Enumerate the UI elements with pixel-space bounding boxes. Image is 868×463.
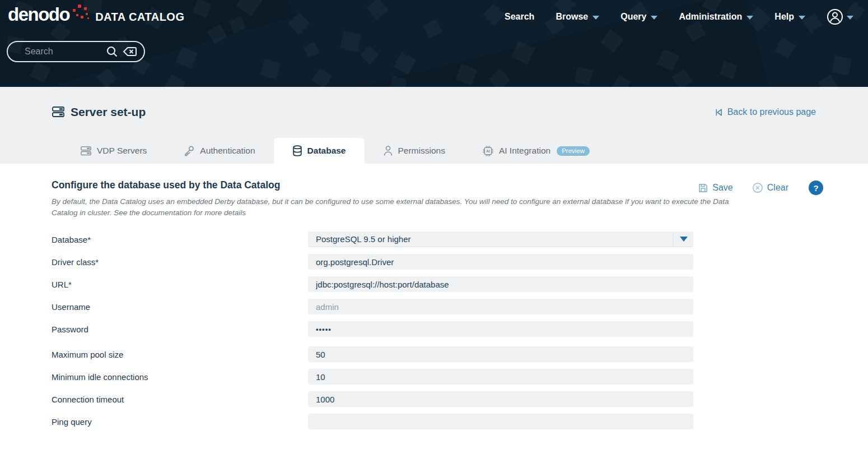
field-label: Username (52, 302, 308, 312)
tab-permissions[interactable]: Permissions (365, 138, 464, 164)
tab-ai-integration[interactable]: AI AI Integration Preview (464, 138, 608, 164)
skip-back-icon (714, 108, 724, 117)
user-menu[interactable] (827, 8, 853, 25)
nav-browse[interactable]: Browse (556, 12, 599, 22)
nav-query-label: Query (620, 12, 646, 22)
nav-administration[interactable]: Administration (679, 12, 753, 22)
tab-label: AI Integration (499, 146, 550, 156)
database-icon (292, 145, 302, 156)
nav-help-label: Help (774, 12, 794, 22)
page-header-band: Server set-up Back to previous page VDP … (0, 87, 868, 164)
connection-timeout-input[interactable] (308, 391, 693, 407)
form-row-connection-timeout: Connection timeout (52, 391, 868, 407)
field-label: Ping query (52, 417, 308, 427)
field-label: Password (52, 325, 308, 334)
form-actions: Save Clear ? (698, 180, 823, 195)
tab-label: VDP Servers (97, 146, 147, 156)
url-input[interactable] (308, 276, 693, 292)
user-avatar-icon (827, 8, 843, 25)
database-config-panel: Configure the database used by the Data … (0, 164, 868, 429)
select-caret-zone[interactable] (673, 232, 693, 247)
form-row-max-pool-size: Maximum pool size (52, 346, 868, 362)
preview-badge: Preview (557, 146, 590, 156)
field-label: Maximum pool size (52, 350, 308, 359)
save-label: Save (712, 183, 732, 193)
database-select-value: PostgreSQL 9.5 or higher (308, 234, 411, 244)
tab-label: Permissions (398, 146, 445, 156)
max-pool-size-input[interactable] (308, 346, 693, 362)
nav-search[interactable]: Search (505, 12, 534, 22)
form-row-driver-class: Driver class* (52, 254, 868, 270)
form-row-min-idle-connections: Minimum idle connections (52, 369, 868, 385)
denodo-logo-text: denodo (8, 4, 69, 25)
server-setup-icon (52, 106, 65, 118)
form-row-database: Database* PostgreSQL 9.5 or higher (52, 232, 868, 247)
settings-tabs: VDP Servers Authentication Database Perm… (62, 138, 608, 164)
field-label: Driver class* (52, 257, 308, 267)
form-row-password: Password (52, 321, 868, 337)
driver-class-input[interactable] (308, 254, 693, 270)
search-icon[interactable] (106, 45, 118, 58)
chevron-down-icon (746, 16, 753, 20)
servers-icon (80, 146, 92, 156)
field-label: Connection timeout (52, 395, 308, 404)
top-navigation: Search Browse Query Administration Help (505, 0, 853, 34)
tab-database[interactable]: Database (274, 138, 365, 164)
nav-browse-label: Browse (556, 12, 588, 22)
back-link-label: Back to previous page (727, 107, 816, 117)
chevron-down-icon (799, 16, 805, 20)
tab-label: Database (307, 146, 346, 156)
top-header-bar: denodo DATA CATALOG Search Browse Query (0, 0, 868, 87)
app-name: DATA CATALOG (95, 11, 184, 24)
field-label: URL* (52, 280, 308, 289)
form-row-ping-query: Ping query (52, 414, 868, 429)
save-button[interactable]: Save (698, 183, 732, 193)
ai-chip-icon: AI (482, 145, 494, 157)
header-search-box (7, 41, 145, 62)
brand-logo[interactable]: denodo DATA CATALOG (8, 4, 184, 25)
page-head-row: Server set-up Back to previous page (0, 87, 868, 119)
chevron-down-icon (847, 16, 853, 20)
tab-authentication[interactable]: Authentication (165, 138, 273, 164)
chevron-down-icon (592, 16, 599, 20)
username-input[interactable] (308, 299, 693, 314)
form-row-url: URL* (52, 276, 868, 292)
back-to-previous-link[interactable]: Back to previous page (714, 107, 816, 117)
min-idle-connections-input[interactable] (308, 369, 693, 385)
field-label: Database* (52, 235, 308, 244)
chevron-down-icon (651, 16, 657, 20)
svg-text:AI: AI (486, 149, 490, 154)
nav-help[interactable]: Help (774, 12, 805, 22)
help-button[interactable]: ? (809, 180, 823, 195)
field-label: Minimum idle connections (52, 372, 308, 382)
database-select[interactable]: PostgreSQL 9.5 or higher (308, 232, 693, 247)
nav-query[interactable]: Query (620, 12, 657, 22)
chevron-down-icon (680, 237, 688, 242)
person-icon (383, 145, 393, 156)
save-icon (698, 183, 708, 193)
tab-label: Authentication (200, 146, 255, 156)
password-input[interactable] (308, 321, 693, 337)
form-row-username: Username (52, 299, 868, 314)
ping-query-input[interactable] (308, 414, 693, 429)
search-input[interactable] (24, 46, 101, 57)
page-title-text: Server set-up (71, 105, 146, 119)
clear-search-icon[interactable] (123, 46, 137, 57)
database-form: Database* PostgreSQL 9.5 or higher Drive… (52, 232, 868, 429)
key-icon (184, 145, 195, 156)
clear-button[interactable]: Clear (752, 182, 788, 193)
section-description: By default, the Data Catalog uses an emb… (52, 196, 739, 219)
clear-label: Clear (767, 183, 788, 193)
help-label: ? (813, 183, 818, 193)
tab-vdp-servers[interactable]: VDP Servers (62, 138, 165, 164)
nav-search-label: Search (505, 12, 534, 22)
denodo-dots-icon (71, 4, 91, 22)
clear-icon (752, 182, 763, 193)
nav-administration-label: Administration (679, 12, 742, 22)
page-title: Server set-up (52, 105, 146, 119)
